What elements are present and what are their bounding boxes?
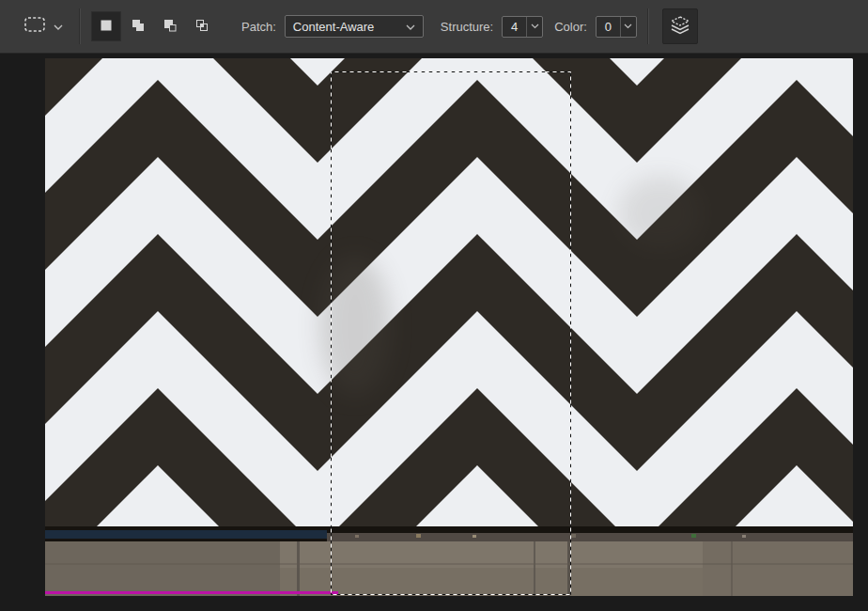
patch-label: Patch:: [241, 20, 276, 34]
intersect-selection-button[interactable]: [187, 11, 217, 41]
sample-all-layers-toggle[interactable]: [662, 8, 698, 44]
structure-value: 4: [503, 17, 526, 37]
new-selection-icon: [100, 19, 113, 35]
add-to-selection-button[interactable]: [123, 11, 153, 41]
patch-mode-value: Content-Aware: [293, 20, 374, 34]
selection-mode-group: [91, 11, 217, 41]
color-label: Color:: [554, 20, 587, 34]
patch-tool-icon: [23, 14, 47, 39]
patch-mode-select[interactable]: Content-Aware: [285, 15, 424, 38]
chevron-down-icon: [406, 20, 415, 34]
photoshop-window: Patch: Content-Aware Structure: 4 Color:…: [0, 0, 868, 611]
chevron-down-icon: [54, 18, 63, 35]
canvas-area: [0, 54, 868, 611]
separator: [647, 8, 649, 44]
chevron-down-icon[interactable]: [620, 17, 636, 37]
subtract-from-selection-icon: [163, 19, 177, 35]
chevron-down-icon[interactable]: [526, 17, 542, 37]
structure-label: Structure:: [441, 20, 493, 34]
subtract-from-selection-button[interactable]: [155, 11, 185, 41]
separator: [79, 8, 81, 44]
color-input[interactable]: 0: [596, 16, 637, 38]
new-selection-button[interactable]: [91, 11, 121, 41]
intersect-selection-icon: [195, 19, 209, 35]
layers-icon: [669, 14, 691, 39]
structure-input[interactable]: 4: [502, 16, 543, 38]
add-to-selection-icon: [132, 19, 145, 35]
options-bar: Patch: Content-Aware Structure: 4 Color:…: [0, 0, 868, 54]
tool-preset-picker[interactable]: [17, 11, 69, 41]
chevron-photo: [45, 58, 853, 596]
color-value: 0: [597, 17, 620, 37]
document-canvas[interactable]: [45, 58, 853, 596]
